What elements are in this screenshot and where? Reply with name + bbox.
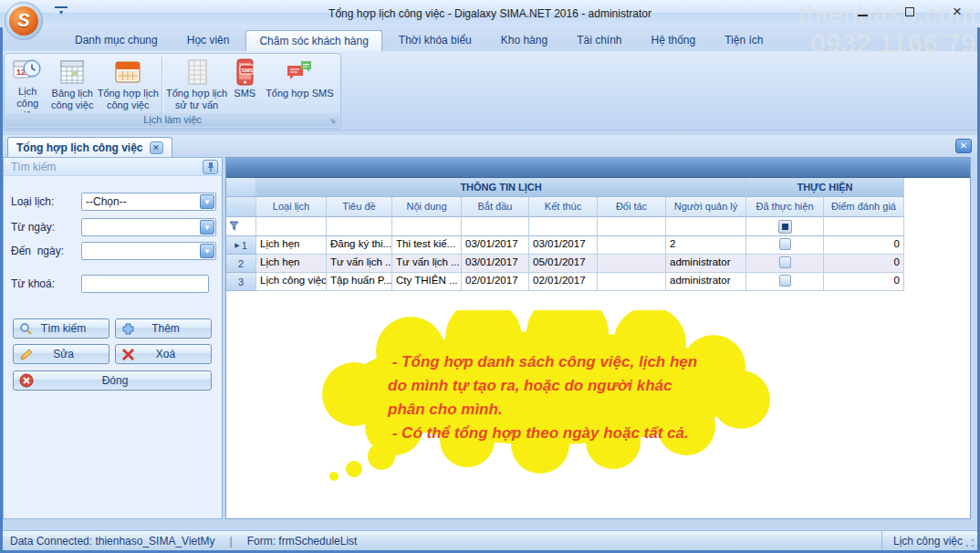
grid-column-header-ket-thuc[interactable]: Kết thúc [529, 197, 598, 217]
filter-cell[interactable] [392, 217, 462, 236]
grid-cell[interactable] [598, 255, 666, 273]
grid-cell-checkbox[interactable] [746, 273, 824, 291]
ribbon-button-tong-hop-sms[interactable]: Tổng hợp SMS [262, 56, 338, 114]
grid-cell[interactable]: 03/01/2017 [462, 236, 529, 255]
combo-value: --Chọn-- [82, 193, 215, 208]
grid-cell[interactable]: Tập huấn P... [327, 273, 392, 291]
ribbon-tab-kho-hang[interactable]: Kho hàng [488, 30, 560, 51]
grid-cell-checkbox[interactable] [746, 255, 824, 273]
grid-column-header-doi-tac[interactable]: Đối tác [598, 197, 666, 217]
input-tu-khoa[interactable] [81, 275, 209, 293]
row-indicator[interactable]: 2 [226, 255, 256, 273]
grid-cell[interactable]: 2 [666, 236, 746, 255]
grid-cell-score[interactable]: 0 [824, 236, 904, 255]
ribbon-tab-thoi-khoa-bieu[interactable]: Thời khóa biểu [386, 30, 485, 51]
table-row[interactable]: 2Lịch hẹnTư vấn lịch ...Tư vấn lịch ...0… [226, 255, 970, 273]
table-row[interactable]: 3Lịch công việcTập huấn P...Cty THIÊN ..… [226, 273, 970, 291]
quick-access-dropdown-icon[interactable]: ▼ [55, 6, 68, 17]
grid-cell[interactable]: administrator [666, 255, 746, 273]
filter-cell[interactable] [462, 217, 529, 236]
minimize-button[interactable] [852, 3, 872, 21]
ribbon-button-lich-cong-viec[interactable]: 12Lịch công việc [7, 56, 47, 114]
grid-cell[interactable]: 03/01/2017 [529, 236, 598, 255]
grid-cell[interactable]: administrator [666, 273, 746, 291]
chevron-down-icon[interactable]: ▼ [200, 194, 214, 209]
ribbon-tab-tai-chinh[interactable]: Tài chính [564, 30, 634, 51]
grid-column-header-diem-danh-gia[interactable]: Điểm đánh giá [824, 197, 904, 217]
document-tab-active[interactable]: Tổng hợp lịch công việc ✕ [7, 137, 172, 157]
grid-cell[interactable]: Đăng ký thi... [327, 236, 392, 255]
grid-cell[interactable]: 03/01/2017 [462, 255, 529, 273]
dong-button[interactable]: Đóng [13, 370, 212, 391]
filter-cell[interactable] [529, 217, 598, 236]
grid-table: THÔNG TIN LỊCHTHỰC HIỆNLoại lịchTiêu đềN… [226, 178, 970, 291]
close-icon: × [953, 4, 962, 20]
filter-cell[interactable] [746, 217, 824, 236]
table-row[interactable]: ▶1Lịch hẹnĐăng ký thi...Thi test kiế...0… [226, 236, 970, 255]
grid-cell[interactable] [598, 273, 666, 291]
ribbon-tab-he-thong[interactable]: Hệ thống [639, 30, 709, 51]
grid-cell[interactable]: Tư vấn lịch ... [392, 255, 462, 273]
ribbon-tab-hoc-vien[interactable]: Học viên [174, 30, 243, 51]
grid-column-header-loai-lich[interactable]: Loại lịch [256, 197, 327, 217]
grid-column-header-noi-dung[interactable]: Nội dung [392, 197, 462, 217]
grid-column-header-da-thuc-hien[interactable]: Đã thực hiện [746, 197, 824, 217]
maximize-button[interactable] [900, 3, 920, 21]
close-button[interactable]: × [947, 3, 967, 21]
grid-column-header-tieu-de[interactable]: Tiêu đề [327, 197, 392, 217]
grid-cell[interactable]: 02/01/2017 [529, 273, 598, 291]
filter-checkbox[interactable] [778, 220, 792, 234]
grid-cell[interactable]: Tư vấn lịch ... [327, 255, 392, 273]
field-label-loai-lich: Loại lịch: [11, 195, 54, 208]
grid-band-thuc-hien[interactable]: THỰC HIỆN [746, 178, 904, 197]
filter-cell[interactable] [327, 217, 392, 236]
xoa-button[interactable]: Xoá [115, 344, 212, 364]
done-checkbox[interactable] [779, 275, 791, 287]
combo-loai-lich[interactable]: --Chọn--▼ [81, 193, 216, 211]
ribbon-button-tong-hop-lich-cong-viec[interactable]: Tổng hợp lịch công việc [97, 56, 159, 114]
grid-cell-checkbox[interactable] [746, 236, 824, 255]
grid-column-header-nguoi-quan-ly[interactable]: Người quản lý [666, 197, 746, 217]
them-button[interactable]: Thêm [115, 318, 212, 339]
chevron-down-icon[interactable]: ▼ [200, 220, 214, 235]
ribbon-button-label: Tổng hợp lịch công việc [97, 88, 159, 111]
ribbon-button-tong-hop-lich-su-tu-van[interactable]: Tổng hợp lịch sử tư vấn [165, 56, 227, 114]
ribbon-tab-tien-ich[interactable]: Tiện ích [712, 30, 776, 51]
resize-grip[interactable] [965, 538, 975, 548]
ribbon-button-bang-lich-cong-viec[interactable]: Bảng lịch công việc [47, 56, 97, 114]
grid-band-thong-tin-lich[interactable]: THÔNG TIN LỊCH [256, 178, 746, 197]
grid-cell[interactable]: Cty THIÊN ... [392, 273, 462, 291]
tab-strip-close-button[interactable]: ✕ [955, 139, 972, 153]
grid-cell-score[interactable]: 0 [824, 255, 904, 273]
filter-cell[interactable] [256, 217, 327, 236]
ribbon-tab-cham-soc-khach-hang[interactable]: Chăm sóc khách hàng [245, 30, 381, 51]
document-tab-close-icon[interactable]: ✕ [150, 141, 163, 154]
ribbon-tab-danh-muc-chung[interactable]: Danh mục chung [62, 30, 171, 51]
chevron-down-icon[interactable]: ▼ [200, 244, 214, 258]
grid-cell[interactable]: 02/01/2017 [462, 273, 529, 291]
grid-cell-score[interactable]: 0 [824, 273, 904, 291]
filter-cell[interactable] [666, 217, 746, 236]
done-checkbox[interactable] [779, 238, 791, 250]
grid-column-header-bat-dau[interactable]: Bắt đầu [462, 197, 529, 217]
tim-kiem-button[interactable]: Tìm kiếm [13, 318, 109, 339]
pin-button[interactable] [203, 160, 218, 174]
ribbon-button-sms[interactable]: SMSSMS [228, 56, 262, 114]
application-orb-button[interactable]: S [5, 2, 43, 40]
add-icon [121, 322, 135, 336]
done-checkbox[interactable] [779, 256, 791, 268]
row-indicator[interactable]: 3 [226, 273, 256, 291]
grid-cell[interactable]: Thi test kiế... [392, 236, 462, 255]
grid-cell[interactable]: 05/01/2017 [529, 255, 598, 273]
grid-cell[interactable]: Lịch hẹn [256, 236, 327, 255]
filter-cell[interactable] [824, 217, 904, 236]
grid-cell[interactable]: Lịch công việc [256, 273, 327, 291]
row-indicator[interactable]: ▶1 [226, 236, 256, 255]
filter-cell[interactable] [598, 217, 666, 236]
grid-cell[interactable]: Lịch hẹn [256, 255, 327, 273]
sua-button[interactable]: Sửa [13, 344, 109, 364]
dialog-launcher-icon[interactable]: ⇘ [328, 116, 338, 126]
combo-den-ngay[interactable]: ▼ [81, 242, 216, 260]
combo-tu-ngay[interactable]: ▼ [81, 218, 216, 236]
grid-cell[interactable] [598, 236, 666, 255]
